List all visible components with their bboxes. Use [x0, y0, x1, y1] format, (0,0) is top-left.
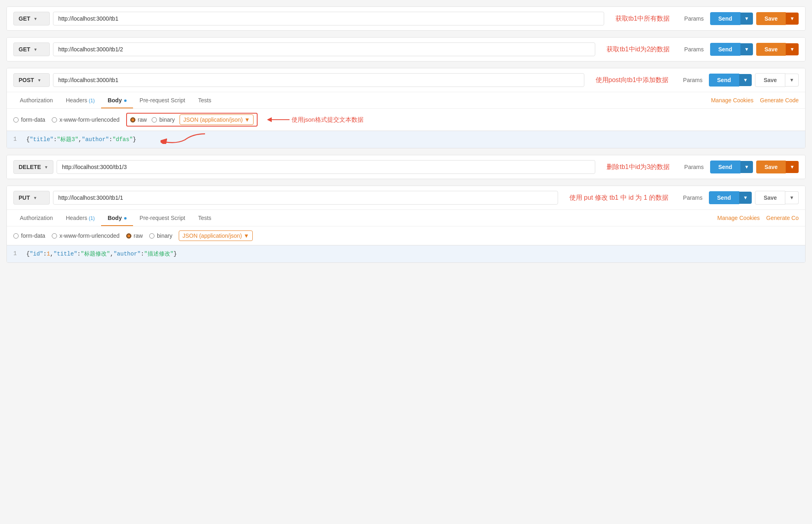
- json-type-select-5[interactable]: JSON (application/json) ▼: [179, 230, 253, 241]
- save-chevron-4[interactable]: ▼: [786, 161, 799, 173]
- raw-binary-highlight-3: raw binary JSON (application/json) ▼: [126, 113, 258, 127]
- save-chevron-5[interactable]: ▼: [785, 191, 799, 204]
- params-label-4[interactable]: Params: [681, 164, 707, 170]
- radio-raw-3[interactable]: raw: [130, 116, 147, 123]
- send-chevron-4[interactable]: ▼: [740, 161, 753, 173]
- method-select-2[interactable]: GET ▼: [13, 42, 50, 56]
- send-button-3[interactable]: Send: [709, 74, 739, 87]
- request-block-3: POST ▼ 使用post向tb1中添加数据 Params Send ▼ Sav…: [6, 68, 806, 148]
- url-input-5[interactable]: [53, 191, 558, 205]
- send-button-1[interactable]: Send: [710, 12, 740, 25]
- method-chevron-3: ▼: [37, 78, 41, 82]
- send-group-3: Send ▼: [709, 74, 752, 87]
- radio-urlencoded-5[interactable]: x-www-form-urlencoded: [52, 232, 120, 239]
- save-group-3: Save ▼: [755, 73, 799, 87]
- method-label-2: GET: [19, 46, 30, 53]
- url-input-4[interactable]: [57, 160, 595, 174]
- code-area-container-3: 1 {"title":"标题3","author":"dfas"}: [7, 131, 805, 148]
- tab-authorization-5[interactable]: Authorization: [13, 210, 59, 226]
- arrow-svg-3: [267, 116, 292, 124]
- code-content-3[interactable]: {"title":"标题3","author":"dfas"}: [26, 136, 136, 143]
- save-button-5[interactable]: Save: [755, 191, 785, 205]
- method-chevron-4: ▼: [44, 165, 48, 169]
- save-button-3[interactable]: Save: [755, 73, 785, 87]
- tab-headers-5[interactable]: Headers (1): [59, 210, 101, 226]
- generate-code-3[interactable]: Generate Code: [760, 97, 799, 104]
- save-chevron-1[interactable]: ▼: [786, 13, 799, 25]
- save-group-2: Save ▼: [756, 43, 799, 56]
- url-input-1[interactable]: [53, 12, 604, 25]
- tab-authorization-3[interactable]: Authorization: [13, 92, 59, 108]
- json-type-chevron-5: ▼: [243, 232, 249, 239]
- send-chevron-3[interactable]: ▼: [739, 74, 752, 86]
- method-select-5[interactable]: PUT ▼: [13, 191, 50, 205]
- tab-body-3[interactable]: Body: [101, 92, 133, 108]
- request-block-4: DELETE ▼ 删除tb1中id为3的数据 Params Send ▼ Sav…: [6, 155, 806, 179]
- line-number-3: 1: [13, 136, 20, 143]
- body-options-row-5: form-data x-www-form-urlencoded raw bina…: [7, 226, 805, 245]
- save-chevron-3[interactable]: ▼: [785, 74, 799, 87]
- method-select-1[interactable]: GET ▼: [13, 12, 50, 25]
- send-button-5[interactable]: Send: [709, 191, 739, 204]
- json-type-label-5: JSON (application/json): [182, 232, 242, 239]
- send-group-4: Send ▼: [710, 161, 753, 173]
- body-options-container-3: form-data x-www-form-urlencoded raw bina…: [7, 108, 805, 131]
- code-area-3: 1 {"title":"标题3","author":"dfas"}: [7, 131, 805, 148]
- tabs-right-3: Manage Cookies Generate Code: [711, 97, 799, 104]
- send-button-4[interactable]: Send: [710, 161, 740, 173]
- tab-pre-request-5[interactable]: Pre-request Script: [133, 210, 192, 226]
- tab-tests-5[interactable]: Tests: [192, 210, 218, 226]
- tabs-row-3: Authorization Headers (1) Body Pre-reque…: [7, 92, 805, 108]
- send-group-2: Send ▼: [710, 43, 753, 56]
- params-label-1[interactable]: Params: [681, 15, 707, 22]
- send-button-2[interactable]: Send: [710, 43, 740, 56]
- request-row-5: PUT ▼ 使用 put 修改 tb1 中 id 为 1 的数据 Params …: [7, 186, 805, 209]
- save-group-5: Save ▼: [755, 191, 799, 205]
- method-select-3[interactable]: POST ▼: [13, 73, 50, 87]
- send-chevron-1[interactable]: ▼: [740, 13, 753, 25]
- send-chevron-5[interactable]: ▼: [739, 192, 752, 204]
- method-chevron-2: ▼: [34, 47, 38, 52]
- radio-form-data-3[interactable]: form-data: [13, 116, 45, 123]
- tab-pre-request-3[interactable]: Pre-request Script: [133, 92, 192, 108]
- body-dot-5: [124, 217, 127, 220]
- line-number-5: 1: [13, 250, 20, 258]
- params-label-5[interactable]: Params: [680, 194, 706, 201]
- url-input-3[interactable]: [53, 73, 584, 87]
- url-input-2[interactable]: [53, 42, 595, 56]
- comment-1: 获取tb1中所有数据: [607, 15, 678, 23]
- generate-code-5[interactable]: Generate Co: [766, 215, 799, 221]
- comment-4: 删除tb1中id为3的数据: [598, 163, 678, 171]
- tab-body-5[interactable]: Body: [101, 210, 133, 226]
- manage-cookies-3[interactable]: Manage Cookies: [711, 97, 753, 104]
- json-type-label-3: JSON (application/json): [183, 116, 243, 123]
- radio-form-data-5[interactable]: form-data: [13, 232, 45, 239]
- manage-cookies-5[interactable]: Manage Cookies: [717, 215, 760, 221]
- method-label-5: PUT: [19, 194, 30, 201]
- tabs-row-5: Authorization Headers (1) Body Pre-reque…: [7, 209, 805, 226]
- params-label-2[interactable]: Params: [681, 46, 707, 53]
- tab-headers-3[interactable]: Headers (1): [59, 92, 101, 108]
- tab-tests-3[interactable]: Tests: [192, 92, 218, 108]
- send-group-1: Send ▼: [710, 12, 753, 25]
- save-button-1[interactable]: Save: [756, 12, 786, 25]
- radio-urlencoded-3[interactable]: x-www-form-urlencoded: [52, 116, 120, 123]
- request-block-5: PUT ▼ 使用 put 修改 tb1 中 id 为 1 的数据 Params …: [6, 186, 806, 263]
- save-button-2[interactable]: Save: [756, 43, 786, 56]
- radio-binary-3[interactable]: binary: [152, 116, 175, 123]
- method-chevron-1: ▼: [34, 17, 38, 21]
- request-row-1: GET ▼ 获取tb1中所有数据 Params Send ▼ Save ▼: [7, 7, 805, 30]
- send-chevron-2[interactable]: ▼: [740, 43, 753, 55]
- save-button-4[interactable]: Save: [756, 161, 786, 173]
- params-label-3[interactable]: Params: [680, 77, 706, 83]
- json-type-select-3[interactable]: JSON (application/json) ▼: [180, 114, 254, 125]
- method-select-4[interactable]: DELETE ▼: [13, 160, 53, 174]
- save-chevron-2[interactable]: ▼: [786, 43, 799, 55]
- code-content-5[interactable]: {"id":1,"title":"标题修改","author":"描述修改"}: [26, 250, 177, 258]
- request-row-3: POST ▼ 使用post向tb1中添加数据 Params Send ▼ Sav…: [7, 68, 805, 92]
- method-label-4: DELETE: [19, 164, 41, 170]
- send-group-5: Send ▼: [709, 191, 752, 204]
- save-group-1: Save ▼: [756, 12, 799, 25]
- radio-binary-5[interactable]: binary: [149, 232, 172, 239]
- radio-raw-5[interactable]: raw: [126, 232, 143, 239]
